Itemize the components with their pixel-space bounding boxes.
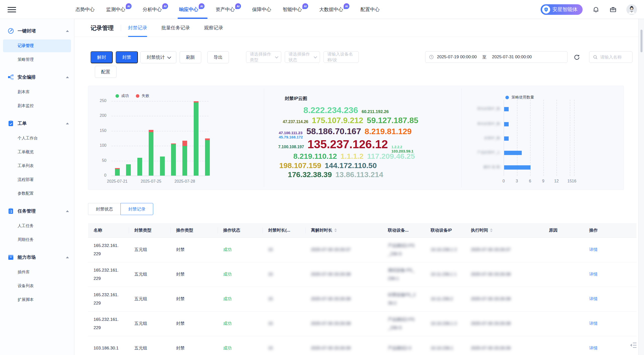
view-tab-封禁记录[interactable]: 封禁记录 — [120, 203, 153, 215]
op-status-select[interactable]: 请选择操作状态 — [285, 51, 320, 63]
column-header-离解封时长[interactable]: 离解封时长 — [305, 223, 382, 237]
wordcloud-word[interactable]: 198.107.159 — [279, 161, 321, 170]
wordcloud-word[interactable]: 176.32.38.39 — [288, 170, 332, 179]
unban-button[interactable]: 解封 — [91, 51, 113, 63]
bar-success[interactable] — [149, 132, 153, 176]
bar-success[interactable] — [205, 140, 210, 176]
date-range-picker[interactable]: 2025-07-19 00:00:00 至 2025-07-31 00:00:0… — [425, 51, 568, 63]
wordcloud-word[interactable]: 7.100.108.197 — [278, 145, 304, 149]
nav-item-配置中心[interactable]: 配置中心 — [360, 0, 380, 19]
wordcloud-word[interactable]: 8.219.81.129 — [365, 127, 412, 136]
op-type-select[interactable]: 请选择操作类型 — [246, 51, 281, 63]
search-input[interactable]: 请输入名称 — [589, 51, 632, 63]
sidebar-item-插件库[interactable]: 插件库 — [3, 266, 71, 279]
sidebar-item-剧本监控[interactable]: 剧本监控 — [3, 99, 71, 112]
view-tab-封禁状态[interactable]: 封禁状态 — [88, 203, 120, 215]
detail-link[interactable]: 详情 — [584, 320, 636, 328]
sidebar-item-个人工作台[interactable]: 个人工作台 — [3, 132, 71, 145]
wordcloud-word[interactable]: 1.1.1.2 — [341, 152, 364, 161]
scrollbar-track[interactable] — [638, 19, 644, 355]
nav-item-大数据中心[interactable]: 大数据中心AI — [319, 0, 349, 19]
bar-success[interactable] — [115, 169, 120, 176]
scrollbar-thumb[interactable] — [640, 30, 642, 52]
bar-success[interactable] — [194, 103, 198, 176]
bar-success[interactable] — [126, 164, 131, 176]
agent-brand-badge[interactable]: 安星智能体 — [541, 4, 583, 15]
policy-usage-bar[interactable] — [504, 151, 522, 155]
wordcloud-word[interactable]: 58.186.70.167 — [306, 126, 361, 136]
policy-usage-bar[interactable] — [504, 136, 509, 141]
detail-link[interactable]: 详情 — [584, 246, 636, 254]
toolbox-icon[interactable] — [609, 6, 617, 13]
sort-icon[interactable] — [490, 228, 493, 232]
nav-item-态势中心[interactable]: 态势中心 — [75, 0, 95, 19]
tab-封禁记录[interactable]: 封禁记录 — [128, 19, 147, 37]
sidebar-group-任务管理[interactable]: 任务管理 — [0, 204, 74, 219]
policy-usage-bar[interactable] — [504, 122, 509, 126]
export-button[interactable]: 导出 — [207, 51, 229, 63]
sidebar-item-策略管理[interactable]: 策略管理 — [3, 53, 71, 66]
bar-fail[interactable] — [182, 141, 187, 146]
bar-fail[interactable] — [171, 143, 176, 144]
sidebar-item-设备列表[interactable]: 设备列表 — [3, 280, 71, 292]
wordcloud-word[interactable]: 8.222.234.236 — [303, 105, 358, 115]
wordcloud-word[interactable]: 144.172.110.50 — [325, 161, 377, 170]
tab-观察记录[interactable]: 观察记录 — [204, 19, 223, 37]
wordcloud-word[interactable]: 117.209.46.25 — [367, 152, 415, 161]
nav-item-资产中心[interactable]: 资产中心AI — [216, 0, 240, 19]
sidebar-item-工单概览[interactable]: 工单概览 — [3, 146, 71, 159]
sidebar-item-参数配置[interactable]: 参数配置 — [3, 187, 71, 200]
ban-stats-dropdown-button[interactable]: 封禁统计 — [140, 51, 176, 63]
bar-fail[interactable] — [205, 138, 210, 140]
wordcloud-word[interactable]: 60.211.192.26 — [361, 109, 389, 114]
hamburger-menu-icon[interactable] — [8, 6, 16, 13]
device-name-input[interactable]: 请输入设备名称/设 — [324, 51, 359, 63]
wordcloud-word[interactable]: 47.100.111.23 — [279, 131, 303, 135]
wordcloud-word[interactable]: 47.237.114.26 — [283, 120, 308, 124]
bar-success[interactable] — [160, 157, 165, 176]
sidebar-item-流程部署[interactable]: 流程部署 — [3, 173, 71, 186]
wordcloud-word[interactable]: 1.2.2.2 — [391, 145, 414, 149]
user-avatar[interactable] — [626, 4, 637, 15]
detail-link[interactable]: 详情 — [584, 344, 636, 352]
bar-fail[interactable] — [115, 168, 120, 169]
bar-success[interactable] — [171, 144, 176, 176]
sidebar-group-能力市场[interactable]: 能力市场 — [0, 250, 74, 265]
sidebar-group-工单[interactable]: 工单 — [0, 116, 74, 131]
sidebar-item-剧本库[interactable]: 剧本库 — [3, 86, 71, 98]
bar-success[interactable] — [137, 158, 142, 176]
bar-fail[interactable] — [194, 101, 198, 103]
bar-success[interactable] — [182, 146, 187, 176]
detail-link[interactable]: 详情 — [584, 295, 636, 303]
sidebar-item-记录管理[interactable]: 记录管理 — [3, 39, 71, 52]
detail-link[interactable]: 详情 — [584, 270, 636, 278]
wordcloud-word[interactable]: 8.219.110.12 — [293, 152, 337, 161]
nav-item-响应中心[interactable]: 响应中心AI — [179, 0, 204, 19]
nav-item-分析中心[interactable]: 分析中心AI — [143, 0, 168, 19]
sidebar-item-扩展脚本[interactable]: 扩展脚本 — [3, 293, 71, 306]
policy-usage-bar[interactable] — [504, 107, 509, 111]
notifications-bell-icon[interactable] — [592, 6, 600, 13]
sidebar-collapse-icon[interactable] — [629, 342, 637, 349]
nav-item-保障中心[interactable]: 保障中心 — [252, 0, 271, 19]
sidebar-item-人工任务[interactable]: 人工任务 — [3, 220, 71, 232]
nav-item-智能中心[interactable]: 智能中心AI — [283, 0, 308, 19]
ban-button[interactable]: 封禁 — [116, 51, 138, 63]
wordcloud-word[interactable]: 135.237.126.12 — [307, 137, 388, 151]
sidebar-item-周期任务[interactable]: 周期任务 — [3, 233, 71, 246]
nav-item-监测中心[interactable]: 监测中心AI — [106, 0, 131, 19]
refresh-range-icon[interactable] — [574, 54, 580, 61]
tab-批量任务记录[interactable]: 批量任务记录 — [161, 19, 190, 37]
policy-usage-bar[interactable] — [504, 165, 531, 170]
wordcloud-word[interactable]: 13.86.113.214 — [335, 170, 383, 179]
sort-icon[interactable] — [334, 228, 337, 232]
column-header-执行时间[interactable]: 执行时间 — [465, 223, 543, 237]
wordcloud-word[interactable]: 59.127.187.85 — [367, 116, 418, 125]
wordcloud-word[interactable]: 175.107.9.212 — [312, 116, 363, 125]
config-button[interactable]: 配置 — [95, 66, 116, 78]
sidebar-group-一键封堵[interactable]: 一键封堵 — [0, 23, 74, 38]
sidebar-group-安全编排[interactable]: 安全编排 — [0, 70, 74, 85]
bar-fail[interactable] — [149, 130, 153, 132]
refresh-button[interactable]: 刷新 — [180, 51, 201, 63]
sidebar-item-工单列表[interactable]: 工单列表 — [3, 160, 71, 172]
